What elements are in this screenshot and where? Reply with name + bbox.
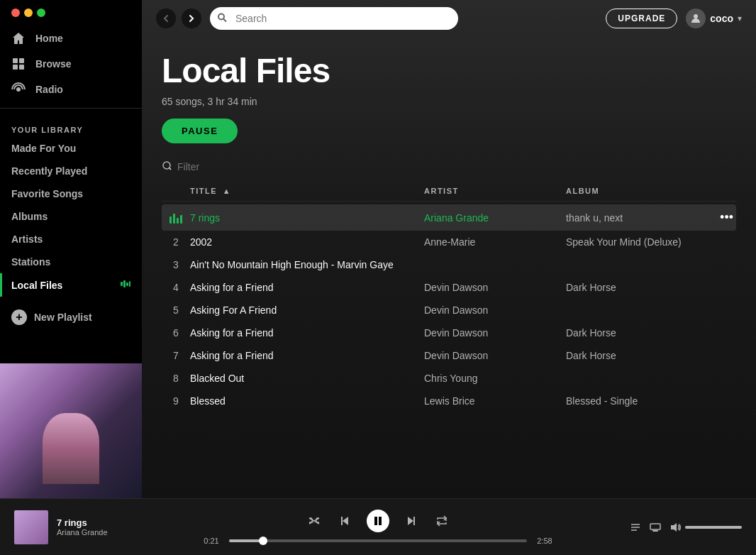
svg-line-13 — [169, 168, 172, 170]
volume-area — [669, 522, 742, 533]
svg-rect-6 — [123, 280, 126, 287]
sort-icon: ▲ — [223, 187, 231, 195]
device-button[interactable] — [650, 522, 661, 533]
now-playing-indicator — [121, 279, 130, 291]
svg-rect-17 — [379, 517, 382, 525]
track-album: thank u, next — [566, 212, 708, 224]
track-artist: Devin Dawson — [424, 327, 566, 339]
avatar — [686, 9, 706, 28]
svg-rect-15 — [341, 517, 343, 525]
table-row[interactable]: 22002Anne-MarieSpeak Your Mind (Deluxe) — [162, 231, 736, 253]
progress-bar-area: 0:21 2:58 — [201, 537, 555, 545]
top-bar: UPGRADE coco ▾ — [142, 0, 756, 37]
svg-rect-1 — [19, 58, 24, 63]
next-button[interactable] — [401, 511, 421, 531]
browse-icon — [11, 57, 26, 71]
svg-marker-14 — [343, 517, 348, 525]
svg-rect-3 — [19, 65, 24, 70]
volume-track[interactable] — [685, 526, 742, 529]
repeat-button[interactable] — [432, 511, 452, 531]
search-icon — [217, 13, 227, 25]
play-pause-button[interactable] — [367, 510, 389, 532]
player-controls — [304, 510, 452, 532]
svg-point-9 — [218, 14, 224, 20]
table-row[interactable]: 6Asking for a FriendDevin DawsonDark Hor… — [162, 322, 736, 344]
sidebar-item-favorite-songs[interactable]: Favorite Songs — [0, 182, 142, 205]
sidebar-item-recently-played[interactable]: Recently Played — [0, 160, 142, 182]
forward-button[interactable] — [182, 9, 201, 28]
filter-bar — [162, 155, 736, 181]
traffic-light-maximize[interactable] — [37, 9, 45, 17]
sidebar-item-browse-label: Browse — [35, 58, 72, 70]
pause-button[interactable]: PAUSE — [162, 119, 238, 143]
track-artist: Devin Dawson — [424, 350, 566, 361]
new-playlist-label: New Playlist — [34, 312, 92, 323]
track-name: 2002 — [190, 236, 424, 248]
sidebar-item-made-for-you[interactable]: Made For You — [0, 137, 142, 160]
sidebar-item-stations[interactable]: Stations — [0, 251, 142, 273]
track-name: Blessed — [190, 395, 424, 407]
radio-icon — [11, 82, 26, 97]
sidebar-item-local-files[interactable]: Local Files — [0, 273, 142, 297]
track-more-button[interactable]: ••• — [708, 210, 736, 225]
table-row[interactable]: 3Ain't No Mountain High Enough - Marvin … — [162, 253, 736, 276]
track-number: 9 — [162, 395, 190, 407]
sidebar-item-home-label: Home — [35, 33, 63, 44]
track-name: 7 rings — [190, 212, 424, 224]
track-artist: Anne-Marie — [424, 236, 566, 248]
track-artist: Chris Young — [424, 373, 566, 384]
track-artist: Devin Dawson — [424, 282, 566, 293]
user-name-label: coco — [710, 13, 733, 24]
sidebar-item-albums[interactable]: Albums — [0, 205, 142, 228]
table-row[interactable]: 5Asking For A FriendDevin Dawson — [162, 299, 736, 322]
shuffle-button[interactable] — [304, 511, 324, 531]
playlist-header: Local Files 65 songs, 3 hr 34 min PAUSE — [142, 37, 756, 155]
track-name: Blacked Out — [190, 373, 424, 384]
user-area[interactable]: coco ▾ — [686, 9, 742, 28]
table-row[interactable]: 8Blacked OutChris Young — [162, 367, 736, 390]
queue-button[interactable] — [630, 522, 641, 533]
bottom-player: 7 rings Ariana Grande — [0, 498, 756, 555]
sidebar-divider — [0, 108, 142, 109]
svg-marker-25 — [671, 523, 677, 532]
table-row[interactable]: 7 ringsAriana Grandethank u, next••• — [162, 204, 736, 231]
back-button[interactable] — [156, 9, 176, 28]
main-content: UPGRADE coco ▾ Local Files 65 songs, 3 h… — [142, 0, 756, 498]
traffic-light-minimize[interactable] — [24, 9, 33, 17]
sidebar-item-browse[interactable]: Browse — [0, 51, 142, 77]
search-input[interactable] — [210, 7, 458, 30]
prev-button[interactable] — [335, 511, 355, 531]
track-number: 7 — [162, 350, 190, 361]
svg-rect-8 — [129, 281, 130, 287]
table-row[interactable]: 7Asking for a FriendDevin DawsonDark Hor… — [162, 344, 736, 367]
sidebar-item-radio[interactable]: Radio — [0, 77, 142, 102]
track-artist: Ariana Grande — [424, 212, 566, 224]
sidebar-item-artists[interactable]: Artists — [0, 228, 142, 251]
track-album: Dark Horse — [566, 350, 708, 361]
album-art-image — [0, 363, 142, 498]
svg-rect-2 — [13, 65, 18, 70]
search-bar — [210, 7, 458, 30]
traffic-light-close[interactable] — [11, 9, 20, 17]
col-title: TITLE ▲ — [190, 187, 424, 195]
volume-button[interactable] — [669, 522, 681, 533]
progress-track[interactable] — [229, 539, 527, 542]
track-number: 4 — [162, 282, 190, 293]
playlist-meta: 65 songs, 3 hr 34 min — [162, 96, 736, 107]
current-time: 0:21 — [201, 537, 222, 545]
np-artist: Ariana Grande — [57, 528, 108, 537]
filter-input[interactable] — [177, 161, 301, 172]
table-row[interactable]: 4Asking for a FriendDevin DawsonDark Hor… — [162, 276, 736, 299]
sidebar: Home Browse — [0, 0, 142, 498]
col-more — [708, 187, 736, 195]
track-name: Ain't No Mountain High Enough - Marvin G… — [190, 259, 424, 270]
table-row[interactable]: 9BlessedLewis BriceBlessed - Single — [162, 390, 736, 412]
svg-rect-24 — [652, 530, 658, 532]
new-playlist-button[interactable]: + New Playlist — [0, 302, 142, 332]
now-playing: 7 rings Ariana Grande — [14, 510, 170, 544]
album-figure — [43, 413, 99, 484]
sidebar-item-home[interactable]: Home — [0, 26, 142, 51]
player-center: 0:21 2:58 — [170, 510, 586, 545]
upgrade-button[interactable]: UPGRADE — [606, 9, 677, 28]
track-number: 2 — [162, 236, 190, 248]
